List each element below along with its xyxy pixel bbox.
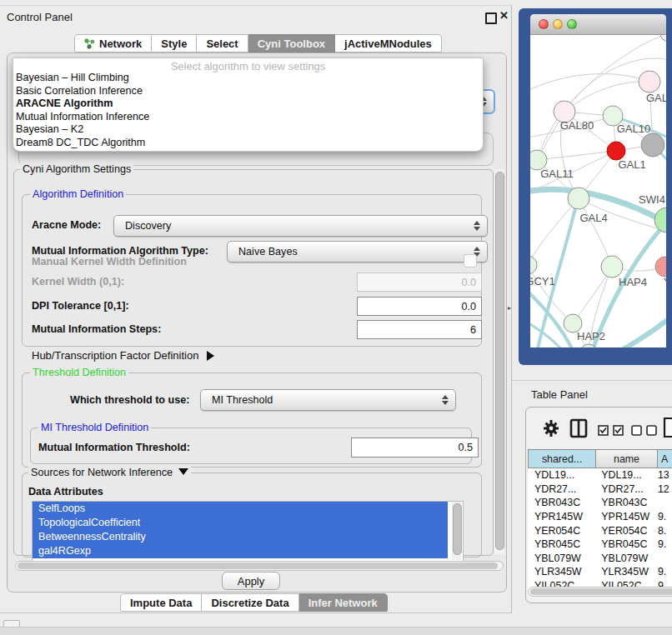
algorithm-definition-title: Algorithm Definition	[30, 188, 126, 200]
manual-kernel-width-label: Manual Kernel Width Definition	[32, 256, 187, 268]
table-row[interactable]: YLR345WYLR345W9.	[528, 565, 672, 579]
network-node-gal1[interactable]	[607, 142, 625, 160]
network-node-y[interactable]	[655, 257, 666, 277]
tab-select[interactable]: Select	[197, 34, 248, 52]
network-node-gcy1[interactable]	[530, 256, 537, 274]
network-node-label: GAL1	[618, 158, 645, 171]
tab-infer-network[interactable]: Infer Network	[299, 593, 388, 612]
column-header-name[interactable]: name	[596, 449, 658, 468]
data-attributes-list[interactable]: SelfLoopsTopologicalCoefficientBetweenne…	[32, 501, 464, 562]
table-row[interactable]: YBL079WYBL079W	[528, 552, 672, 566]
algorithm-option[interactable]: ARACNE Algorithm	[13, 98, 483, 111]
network-node-label: GAL4	[579, 212, 607, 224]
zoom-traffic-light-icon[interactable]	[567, 19, 577, 29]
bottom-tabbar: Impute Data Discretize Data Infer Networ…	[120, 593, 388, 612]
tab-network[interactable]: Network	[74, 34, 152, 52]
column-header-partial[interactable]: A	[658, 449, 672, 468]
kernel-width-field[interactable]: 0.0	[357, 272, 482, 292]
control-panel-window: Control Panel ✕ Network Style Select Cyn…	[0, 5, 512, 613]
minimize-traffic-light-icon[interactable]	[553, 19, 563, 29]
table-cell: YBR043C	[594, 497, 655, 508]
checked-pair-icon[interactable]	[598, 425, 624, 437]
table-cell: YDL19...	[594, 469, 655, 481]
network-view-frame: GAL7GAL80GAL10GAL1GAL11SWI4GAL4GCY1HAP4Y…	[519, 8, 672, 365]
table-row[interactable]: YER054CYER054C8.	[528, 523, 672, 538]
algorithm-option[interactable]: Dream8 DC_TDC Algorithm	[13, 137, 483, 150]
algorithm-option[interactable]: Basic Correlation Inference	[13, 85, 483, 98]
settings-hscrollbar[interactable]	[15, 561, 504, 571]
settings-scrollbar[interactable]	[494, 169, 504, 554]
network-node[interactable]	[641, 133, 664, 157]
dropdown-placeholder: Select algorithm to view settings	[13, 58, 483, 72]
network-node-gal4[interactable]	[568, 188, 589, 209]
aracne-mode-combo[interactable]: Discovery	[113, 215, 488, 237]
table-cell: YPR145W	[594, 511, 655, 522]
sources-group-title[interactable]: Sources for Network Inference	[28, 467, 191, 478]
network-node-gal7[interactable]	[639, 71, 660, 92]
table-cell: 8.	[655, 525, 672, 537]
mi-steps-field[interactable]: 6	[357, 320, 482, 339]
table-cell: YBL079W	[528, 552, 594, 564]
attribute-item[interactable]: SelfLoops	[33, 502, 448, 516]
algorithm-option[interactable]: Mutual Information Inference	[13, 111, 483, 124]
algorithm-option[interactable]: Bayesian – Hill Climbing	[13, 72, 483, 85]
network-node-hap4[interactable]	[601, 256, 623, 278]
application-root: Control Panel ✕ Network Style Select Cyn…	[0, 0, 672, 635]
mi-algorithm-type-combo[interactable]: Naive Bayes	[227, 241, 488, 262]
tab-jactivemnodules[interactable]: jActiveMNodules	[335, 34, 442, 52]
control-panel-title: Control Panel	[7, 11, 73, 23]
unchecked-pair-icon[interactable]	[631, 425, 658, 437]
kernel-width-label: Kernel Width (0,1):	[32, 276, 124, 288]
network-edge	[530, 318, 564, 348]
attributes-scrollbar-thumb[interactable]	[453, 503, 462, 555]
algorithm-dropdown-list: Bayesian – Hill ClimbingBasic Correlatio…	[13, 72, 483, 150]
attributes-scrollbar[interactable]	[452, 502, 461, 560]
which-threshold-label: Which threshold to use:	[70, 394, 189, 406]
table-cell: YBR043C	[528, 497, 594, 508]
tab-cyni-toolbox[interactable]: Cyni Toolbox	[248, 34, 335, 52]
mouse-cursor-mark: ▸	[508, 304, 511, 312]
network-node-swi4[interactable]	[654, 208, 666, 232]
table-hscrollbar[interactable]	[528, 587, 672, 597]
table-row[interactable]: YPR145WYPR145W9.	[528, 510, 672, 524]
table-row[interactable]: YDR27...YDR27...12	[528, 482, 672, 497]
mi-threshold-label: Mutual Information Threshold:	[38, 442, 190, 453]
tab-style[interactable]: Style	[152, 34, 197, 52]
algorithm-option[interactable]: Bayesian – K2	[13, 123, 483, 137]
table-hscrollbar-thumb[interactable]	[530, 588, 672, 595]
close-panel-icon[interactable]: ✕	[499, 9, 509, 22]
tab-label: Network	[99, 38, 142, 50]
apply-button[interactable]: Apply	[222, 572, 280, 590]
mi-threshold-group-title: MI Threshold Definition	[38, 422, 151, 433]
which-threshold-combo[interactable]: MI Threshold	[200, 389, 456, 411]
split-columns-icon[interactable]	[569, 418, 588, 438]
hub-definition-expander[interactable]: Hub/Transcription Factor Definition	[32, 349, 214, 362]
combo-spinner-icon	[442, 395, 449, 405]
tab-discretize-data[interactable]: Discretize Data	[202, 593, 298, 612]
network-icon	[84, 38, 95, 49]
attribute-item[interactable]: BetweennessCentrality	[33, 530, 448, 544]
document-icon[interactable]	[663, 417, 672, 438]
column-header-shared-name[interactable]: shared...	[528, 449, 596, 468]
table-row[interactable]: YDL19...YDL19...13	[528, 468, 672, 482]
float-panel-icon[interactable]	[485, 12, 497, 24]
table-cell: YLR345W	[528, 566, 594, 578]
close-traffic-light-icon[interactable]	[539, 19, 549, 29]
table-row[interactable]: YBR045CYBR045C9.	[528, 538, 672, 552]
mi-threshold-field[interactable]: 0.5	[351, 438, 479, 458]
algorithm-dropdown[interactable]: Select algorithm to view settings Bayesi…	[13, 58, 484, 152]
settings-hscrollbar-thumb[interactable]	[18, 562, 498, 569]
attribute-item[interactable]: gal4RGexp	[33, 544, 448, 558]
manual-kernel-width-checkbox[interactable]	[464, 254, 477, 268]
network-node[interactable]	[660, 35, 666, 42]
table-cell: YER054C	[594, 525, 655, 537]
gear-icon[interactable]	[543, 419, 559, 438]
network-canvas[interactable]: GAL7GAL80GAL10GAL1GAL11SWI4GAL4GCY1HAP4Y…	[530, 35, 666, 348]
table-cell: YER054C	[528, 525, 594, 537]
settings-scrollbar-thumb[interactable]	[495, 172, 504, 550]
attribute-item[interactable]: TopologicalCoefficient	[33, 516, 448, 530]
table-row[interactable]: YBR043CYBR043C	[528, 496, 672, 510]
dpi-tolerance-field[interactable]: 0.0	[357, 297, 482, 316]
tab-impute-data[interactable]: Impute Data	[120, 593, 202, 612]
network-graph: GAL7GAL80GAL10GAL1GAL11SWI4GAL4GCY1HAP4Y…	[530, 35, 666, 348]
